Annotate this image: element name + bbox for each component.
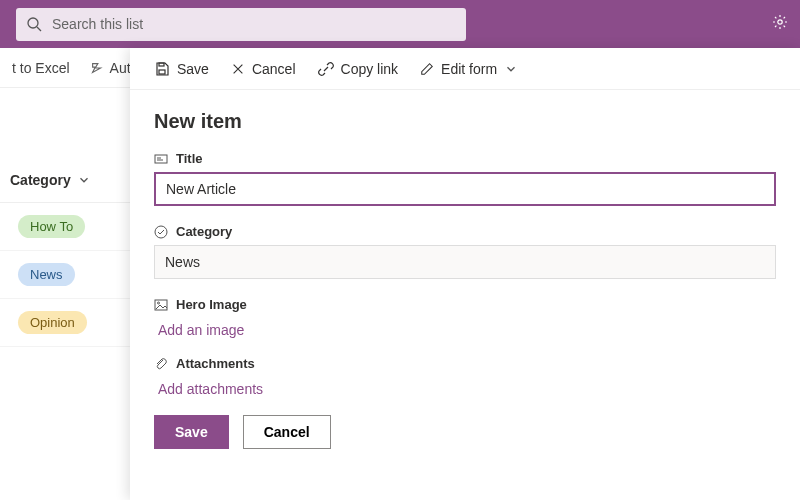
svg-rect-5 — [155, 155, 167, 163]
edit-form-button[interactable]: Edit form — [420, 61, 518, 77]
copy-link-button[interactable]: Copy link — [318, 61, 399, 77]
attachment-icon — [154, 357, 168, 371]
list-column-area: Category How To News Opinion — [0, 88, 140, 347]
category-pill: Opinion — [18, 311, 87, 334]
svg-line-1 — [37, 27, 41, 31]
svg-rect-4 — [159, 63, 164, 66]
svg-point-0 — [28, 18, 38, 28]
category-pill: News — [18, 263, 75, 286]
cancel-button[interactable]: Cancel — [231, 61, 296, 77]
link-icon — [318, 61, 334, 77]
save-icon — [154, 61, 170, 77]
image-icon — [154, 298, 168, 312]
choice-icon — [154, 225, 168, 239]
column-header-category[interactable]: Category — [0, 158, 140, 203]
chevron-down-icon — [504, 62, 518, 76]
save-button[interactable]: Save — [154, 415, 229, 449]
new-item-panel: Save Cancel Copy link Edit form New item — [130, 48, 800, 500]
cmd-label: Edit form — [441, 61, 497, 77]
field-category: Category News — [154, 224, 776, 279]
topbar — [0, 0, 800, 48]
search-icon — [26, 16, 42, 32]
chevron-down-icon — [77, 173, 91, 187]
svg-point-2 — [778, 20, 782, 24]
list-row[interactable]: News — [0, 251, 140, 299]
field-title: Title — [154, 151, 776, 206]
text-field-icon — [154, 152, 168, 166]
panel-title: New item — [154, 110, 776, 133]
search-input[interactable] — [52, 16, 456, 32]
svg-point-8 — [158, 302, 160, 304]
category-pill: How To — [18, 215, 85, 238]
edit-icon — [420, 62, 434, 76]
close-icon — [231, 62, 245, 76]
field-label-text: Category — [176, 224, 232, 239]
column-header-label: Category — [10, 172, 71, 188]
field-label-text: Hero Image — [176, 297, 247, 312]
field-label-text: Attachments — [176, 356, 255, 371]
panel-toolbar: Save Cancel Copy link Edit form — [130, 48, 800, 90]
svg-point-6 — [155, 226, 167, 238]
cmd-label: Cancel — [252, 61, 296, 77]
field-hero-image: Hero Image Add an image — [154, 297, 776, 338]
settings-icon[interactable] — [772, 14, 788, 30]
export-excel-button[interactable]: t to Excel — [12, 60, 70, 76]
field-label-text: Title — [176, 151, 203, 166]
add-attachments-link[interactable]: Add attachments — [154, 377, 776, 397]
category-value: News — [165, 254, 200, 270]
category-select[interactable]: News — [154, 245, 776, 279]
panel-body: New item Title Category News — [130, 90, 800, 469]
cancel-button[interactable]: Cancel — [243, 415, 331, 449]
add-image-link[interactable]: Add an image — [154, 318, 776, 338]
cmd-label: Copy link — [341, 61, 399, 77]
field-attachments: Attachments Add attachments — [154, 356, 776, 397]
search-box[interactable] — [16, 8, 466, 41]
save-button[interactable]: Save — [154, 61, 209, 77]
flow-icon — [90, 61, 104, 75]
svg-rect-3 — [159, 70, 165, 74]
cmd-label: Save — [177, 61, 209, 77]
panel-footer: Save Cancel — [154, 415, 776, 449]
list-row[interactable]: Opinion — [0, 299, 140, 347]
toolbar-label: t to Excel — [12, 60, 70, 76]
title-input[interactable] — [154, 172, 776, 206]
list-row[interactable]: How To — [0, 203, 140, 251]
